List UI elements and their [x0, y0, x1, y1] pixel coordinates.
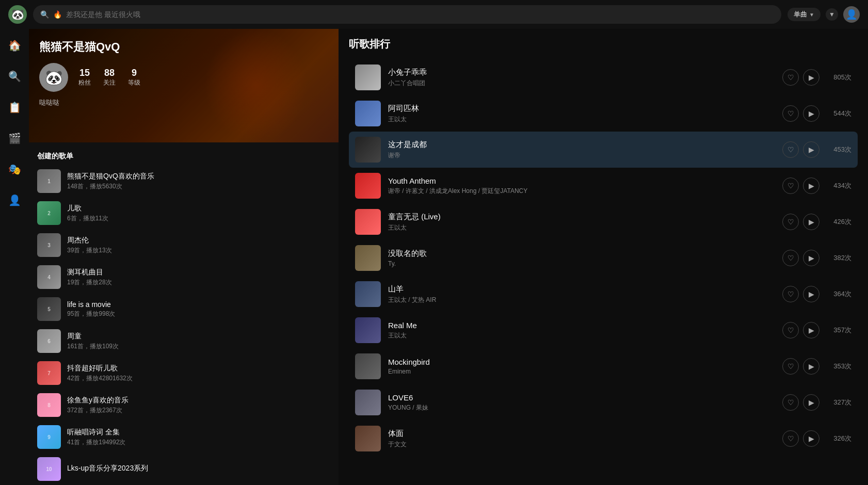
track-item[interactable]: 没取名的歌 Ty. ♡ ▶ 382次 — [349, 240, 858, 276]
track-thumbnail — [355, 101, 381, 126]
playlist-name: 听融唱诗词 全集 — [67, 428, 330, 437]
playlist-section-title: 创建的歌单 — [29, 148, 339, 165]
track-item[interactable]: LOVE6 YOUNG / 果妹 ♡ ▶ 327次 — [349, 384, 858, 421]
play-button[interactable]: ▶ — [803, 394, 819, 411]
song-type-label: 单曲 — [794, 10, 807, 19]
playlist-name: 抖音超好听儿歌 — [67, 364, 330, 373]
topbar-avatar[interactable]: 🐼 — [8, 5, 27, 24]
playlist-info: 周杰伦 39首，播放13次 — [67, 236, 330, 255]
playlist-thumb: 7 — [37, 361, 61, 385]
play-button[interactable]: ▶ — [803, 250, 819, 266]
like-button[interactable]: ♡ — [782, 214, 799, 230]
track-info: 阿司匹林 王以太 — [388, 104, 775, 124]
track-actions: ♡ ▶ — [782, 430, 819, 447]
playlist-item[interactable]: 8 徐鱼鱼y喜欢的音乐 372首，播放2367次 — [29, 389, 339, 421]
track-info: Real Me 王以太 — [388, 321, 775, 340]
play-button[interactable]: ▶ — [803, 69, 819, 86]
track-artist: 王以太 / 艾热 AIR — [388, 296, 775, 304]
followers-count: 15 — [79, 68, 90, 78]
like-button[interactable]: ♡ — [782, 358, 799, 375]
track-name: 小兔子乖乖 — [388, 68, 775, 77]
like-button[interactable]: ♡ — [782, 177, 799, 194]
chevron-down-icon: ▼ — [809, 12, 814, 18]
search-bar[interactable]: 🔍 🔥 — [33, 5, 781, 24]
track-info: Youth Anthem 谢帝 / 许蒽文 / 洪成龙Alex Hong / 贾… — [388, 176, 775, 196]
playlist-meta: 161首，播放109次 — [67, 342, 330, 351]
track-actions: ♡ ▶ — [782, 177, 819, 194]
track-item[interactable]: 阿司匹林 王以太 ♡ ▶ 544次 — [349, 95, 858, 132]
nav-back-button[interactable]: ▼ — [826, 8, 838, 21]
playlist-item[interactable]: 9 听融唱诗词 全集 41首，播放194992次 — [29, 421, 339, 453]
track-item[interactable]: 体面 于文文 ♡ ▶ 326次 — [349, 421, 858, 457]
playlist-item[interactable]: 2 儿歌 6首，播放11次 — [29, 197, 339, 229]
track-artist: 王以太 — [388, 223, 775, 232]
playlist-name: 徐鱼鱼y喜欢的音乐 — [67, 396, 330, 405]
play-button[interactable]: ▶ — [803, 286, 819, 302]
followers-label: 粉丝 — [78, 78, 91, 87]
playlist-info: 测耳机曲目 19首，播放28次 — [67, 268, 330, 287]
track-thumbnail — [355, 245, 381, 271]
track-item[interactable]: 这才是成都 谢帝 ♡ ▶ 453次 — [349, 132, 858, 168]
playlist-item[interactable]: 7 抖音超好听儿歌 42首，播放42801632次 — [29, 357, 339, 389]
playlist-item[interactable]: 3 周杰伦 39首，播放13次 — [29, 229, 339, 261]
stat-following: 88 关注 — [103, 68, 116, 87]
playlist-item[interactable]: 6 周童 161首，播放109次 — [29, 325, 339, 357]
playlist-info: Lks-up音乐分享2023系列 — [67, 464, 330, 474]
sidebar-item-docs[interactable]: 📋 — [4, 97, 25, 118]
track-item[interactable]: 山羊 王以太 / 艾热 AIR ♡ ▶ 364次 — [349, 276, 858, 312]
track-name: 山羊 — [388, 284, 775, 294]
playlist-item[interactable]: 4 测耳机曲目 19首，播放28次 — [29, 261, 339, 293]
track-item[interactable]: Mockingbird Eminem ♡ ▶ 353次 — [349, 348, 858, 384]
like-button[interactable]: ♡ — [782, 105, 799, 122]
like-button[interactable]: ♡ — [782, 430, 799, 447]
track-info: 体面 于文文 — [388, 429, 775, 449]
track-actions: ♡ ▶ — [782, 250, 819, 266]
search-input[interactable] — [66, 10, 774, 19]
like-button[interactable]: ♡ — [782, 286, 799, 302]
sidebar-item-avatar[interactable]: 🎭 — [4, 159, 25, 180]
track-name: Real Me — [388, 321, 775, 330]
playlist-thumb: 3 — [37, 233, 61, 257]
song-type-button[interactable]: 单曲 ▼ — [787, 8, 821, 21]
track-item[interactable]: 小兔子乖乖 小二丫合唱团 ♡ ▶ 805次 — [349, 59, 858, 95]
track-actions: ♡ ▶ — [782, 69, 819, 86]
playlist-meta: 372首，播放2367次 — [67, 406, 330, 415]
track-item[interactable]: Youth Anthem 谢帝 / 许蒽文 / 洪成龙Alex Hong / 贾… — [349, 168, 858, 204]
track-name: 童言无忌 (Live) — [388, 212, 775, 222]
play-button[interactable]: ▶ — [803, 177, 819, 194]
track-item[interactable]: Real Me 王以太 ♡ ▶ 357次 — [349, 312, 858, 348]
sidebar-item-video[interactable]: 🎬 — [4, 128, 25, 149]
stat-level: 9 等级 — [128, 68, 140, 87]
like-button[interactable]: ♡ — [782, 141, 799, 158]
track-item[interactable]: 童言无忌 (Live) 王以太 ♡ ▶ 426次 — [349, 204, 858, 240]
like-button[interactable]: ♡ — [782, 394, 799, 411]
playlist-item[interactable]: 10 Lks-up音乐分享2023系列 — [29, 453, 339, 485]
sidebar-item-home[interactable]: 🏠 — [4, 35, 25, 56]
play-button[interactable]: ▶ — [803, 430, 819, 447]
playlist-item[interactable]: 1 熊猫不是猫QvQ喜欢的音乐 148首，播放5630次 — [29, 165, 339, 197]
like-button[interactable]: ♡ — [782, 69, 799, 86]
like-button[interactable]: ♡ — [782, 322, 799, 338]
main-layout: 🏠 🔍 📋 🎬 🎭 👤 熊猫不是猫QvQ 🐼 15 粉丝 — [0, 29, 868, 485]
playlist-thumb: 10 — [37, 457, 61, 481]
playlist-name: life is a movie — [67, 300, 330, 309]
sidebar-item-search[interactable]: 🔍 — [4, 66, 25, 87]
like-button[interactable]: ♡ — [782, 250, 799, 266]
sidebar-item-user[interactable]: 👤 — [4, 190, 25, 211]
topbar: 🐼 🔍 🔥 单曲 ▼ ▼ 👤 — [0, 0, 868, 29]
play-button[interactable]: ▶ — [803, 141, 819, 158]
play-button[interactable]: ▶ — [803, 322, 819, 338]
play-button[interactable]: ▶ — [803, 214, 819, 230]
track-thumbnail — [355, 317, 381, 343]
play-button[interactable]: ▶ — [803, 105, 819, 122]
playlist-item[interactable]: 5 life is a movie 95首，播放998次 — [29, 293, 339, 325]
playlist-section: 创建的歌单 1 熊猫不是猫QvQ喜欢的音乐 148首，播放5630次 2 儿歌 … — [29, 142, 339, 485]
track-thumbnail — [355, 390, 381, 415]
track-list: 小兔子乖乖 小二丫合唱团 ♡ ▶ 805次 阿司匹林 王以太 ♡ ▶ 544次 … — [349, 59, 858, 457]
track-play-count: 434次 — [827, 181, 851, 190]
play-button[interactable]: ▶ — [803, 358, 819, 375]
user-avatar-button[interactable]: 👤 — [843, 6, 860, 23]
track-play-count: 805次 — [827, 73, 851, 82]
playlist-meta: 42首，播放42801632次 — [67, 374, 330, 383]
track-info: 没取名的歌 Ty. — [388, 249, 775, 267]
